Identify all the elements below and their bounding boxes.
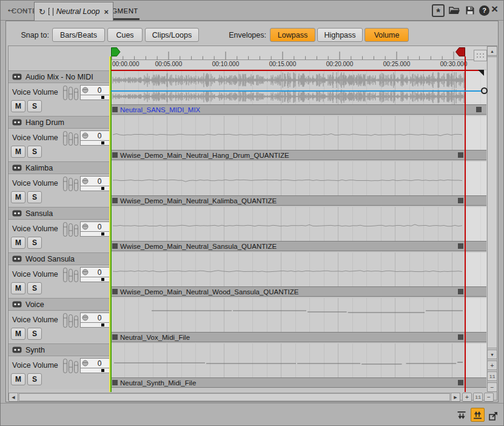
snap-button-clips-loops[interactable]: Clips/Loops (145, 28, 199, 42)
clip-bar[interactable]: Neutral_Vox_Midi_File (110, 332, 486, 342)
horizontal-zoom-in-button[interactable]: + (462, 393, 472, 402)
volume-envelope-line[interactable] (111, 90, 485, 92)
voice-volume-field[interactable]: 0 (80, 176, 111, 186)
waveform-area[interactable] (110, 343, 486, 377)
waveform-area[interactable] (110, 298, 486, 332)
ruler-grip-handle[interactable] (474, 50, 487, 61)
track-lane-kalimba[interactable]: Wwise_Demo_Main_Neutral_Kalimba_QUANTIZE (110, 161, 486, 207)
vertical-zoom-out-button[interactable]: − (487, 382, 497, 392)
voice-volume-field[interactable]: 0 (80, 267, 111, 277)
solo-button[interactable]: S (27, 191, 42, 203)
mute-button[interactable]: M (11, 146, 25, 158)
popout-icon[interactable] (488, 410, 499, 422)
clip-bar[interactable]: Neutral_SANS_MIDI_MIX (110, 104, 486, 115)
vertical-zoom-reset-button[interactable]: 1:1 (487, 371, 497, 381)
track-header[interactable]: Voice (8, 298, 110, 311)
clip-bar[interactable]: Wwise_Demo_Main_Neutral_Wood_Sansula_QUA… (110, 286, 486, 297)
track-header[interactable]: Synth (8, 343, 110, 356)
envelope-button-lowpass[interactable]: Lowpass (270, 28, 315, 42)
voice-volume-slider[interactable] (80, 232, 111, 237)
voice-volume-slider[interactable] (80, 141, 111, 146)
clip-left-handle[interactable] (112, 334, 118, 340)
envelope-button-volume[interactable]: Volume (365, 28, 409, 42)
waveform-area[interactable] (110, 161, 486, 195)
clip-right-handle[interactable] (458, 334, 463, 340)
clip-bar[interactable]: Wwise_Demo_Main_Neutral_Hang_Drum_QUANTI… (110, 150, 486, 160)
horizontal-zoom-out-button[interactable]: − (484, 393, 494, 402)
solo-button[interactable]: S (27, 100, 42, 112)
faders-icon[interactable] (62, 130, 79, 146)
clip-right-handle[interactable] (458, 198, 463, 203)
slider-handle[interactable] (101, 232, 104, 235)
track-header[interactable]: Audio Mix - No MIDI (8, 70, 110, 83)
horizontal-scrollbar-thumb[interactable] (19, 393, 450, 401)
clip-left-handle[interactable] (112, 152, 118, 158)
open-icon[interactable] (449, 6, 460, 15)
voice-volume-field[interactable]: 0 (80, 130, 111, 141)
vertical-scrollbar-thumb[interactable] (487, 56, 497, 348)
tab-close-icon[interactable]: × (104, 7, 109, 16)
voice-volume-slider[interactable] (80, 95, 111, 100)
track-lane-wood-sansula[interactable]: Wwise_Demo_Main_Neutral_Wood_Sansula_QUA… (110, 252, 486, 298)
mute-button[interactable]: M (11, 100, 25, 112)
track-header[interactable]: Wood Sansula (8, 252, 110, 265)
scroll-left-icon[interactable]: ◀ (8, 393, 18, 402)
clip-bar[interactable]: Neutral_Synth_Midi_File (110, 377, 486, 388)
track-header[interactable]: Kalimba (8, 161, 110, 174)
scroll-right-icon[interactable]: ▶ (451, 393, 460, 402)
slider-handle[interactable] (101, 141, 104, 144)
slider-handle[interactable] (101, 278, 104, 281)
expand-all-button[interactable] (471, 408, 485, 422)
voice-volume-field[interactable]: 0 (80, 85, 111, 95)
voice-volume-field[interactable]: 0 (80, 358, 111, 368)
solo-button[interactable]: S (27, 328, 42, 340)
vertical-zoom-in-button[interactable]: + (487, 360, 497, 370)
track-lane-voice[interactable]: Neutral_Vox_Midi_File (110, 298, 486, 343)
exit-cue-flag[interactable] (455, 47, 465, 56)
clip-bar[interactable]: Wwise_Demo_Main_Neutral_Sansula_QUANTIZE (110, 241, 486, 251)
mute-button[interactable]: M (11, 282, 25, 294)
clip-left-handle[interactable] (112, 243, 118, 249)
envelope-point-handle[interactable] (481, 87, 488, 94)
waveform-area[interactable] (110, 116, 486, 150)
voice-volume-slider[interactable] (80, 368, 111, 373)
tab-neutral-loop[interactable]: ↻ Neutral Loop × (34, 2, 113, 21)
track-header[interactable]: Hang Drum (8, 116, 110, 129)
solo-button[interactable]: S (27, 282, 42, 294)
snap-button-cues[interactable]: Cues (107, 28, 143, 42)
scroll-down-icon[interactable]: ▼ (487, 350, 497, 359)
waveform-area[interactable] (110, 207, 486, 241)
horizontal-zoom-reset-button[interactable]: 1:1 (473, 393, 483, 402)
faders-icon[interactable] (62, 313, 79, 328)
mute-button[interactable]: M (11, 373, 25, 385)
clip-bar[interactable]: Wwise_Demo_Main_Neutral_Kalimba_QUANTIZE (110, 195, 486, 206)
clip-right-handle[interactable] (458, 243, 463, 249)
help-icon[interactable]: ? (479, 5, 489, 16)
waveform-area[interactable] (110, 70, 486, 104)
duration-end-handle[interactable] (478, 70, 484, 76)
collapse-all-icon[interactable] (455, 410, 468, 422)
voice-volume-slider[interactable] (80, 186, 111, 191)
save-icon[interactable] (465, 5, 475, 15)
entry-cue-flag[interactable] (111, 47, 121, 56)
faders-icon[interactable] (62, 267, 79, 283)
mute-button[interactable]: M (11, 328, 25, 340)
clip-right-handle[interactable] (476, 107, 482, 112)
clip-left-handle[interactable] (112, 380, 118, 385)
clip-left-handle[interactable] (112, 107, 118, 112)
clip-right-handle[interactable] (458, 289, 463, 294)
track-lane-synth[interactable]: Neutral_Synth_Midi_File (110, 343, 486, 389)
slider-handle[interactable] (101, 369, 104, 372)
mute-button[interactable]: M (11, 191, 25, 203)
voice-volume-slider[interactable] (80, 277, 111, 282)
track-header[interactable]: Sansula (8, 207, 110, 220)
clip-left-handle[interactable] (112, 289, 118, 294)
mute-button[interactable]: M (11, 237, 25, 249)
solo-button[interactable]: S (27, 146, 42, 158)
track-lane-audio-mix-no-midi[interactable]: Neutral_SANS_MIDI_MIX (110, 70, 486, 116)
solo-button[interactable]: S (27, 373, 42, 385)
voice-volume-slider[interactable] (80, 323, 111, 328)
close-view-icon[interactable]: × (491, 2, 498, 16)
faders-icon[interactable] (62, 358, 79, 374)
pin-view-button[interactable]: * (432, 4, 445, 17)
